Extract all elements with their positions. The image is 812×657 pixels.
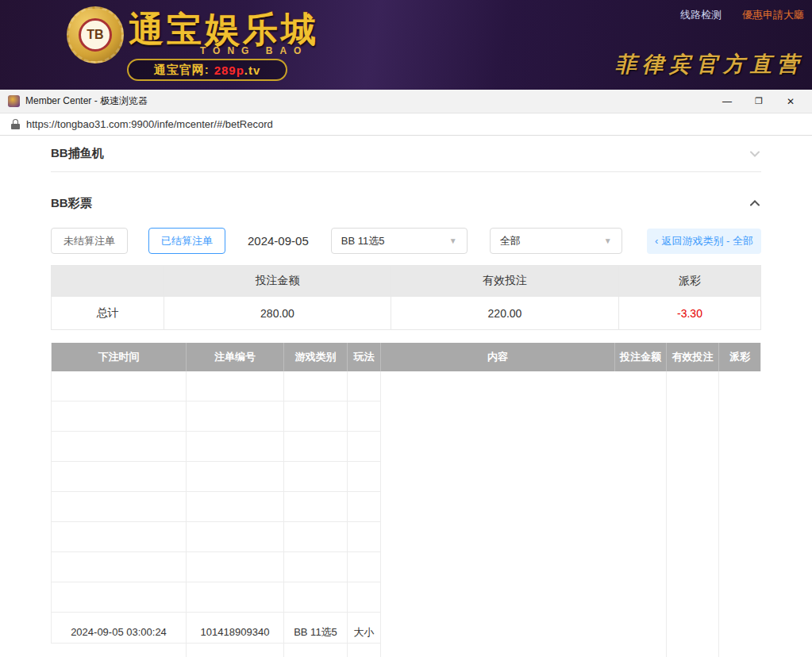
cell-game-category: BB 11选5 bbox=[284, 613, 348, 657]
official-tld: .tv bbox=[244, 63, 261, 77]
col-bet-time: 下注时间 bbox=[52, 343, 187, 371]
caret-down-icon: ▼ bbox=[604, 236, 612, 245]
section-bb-lottery-title: BB彩票 bbox=[51, 196, 92, 211]
summary-header-valid: 有效投注 bbox=[391, 266, 619, 296]
summary-header-blank bbox=[52, 266, 164, 296]
caret-down-icon: ▼ bbox=[449, 236, 457, 245]
summary-valid-bet: 220.00 bbox=[391, 296, 619, 329]
date-picker-value[interactable]: 2024-09-05 bbox=[248, 234, 309, 248]
col-game-category: 游戏类别 bbox=[284, 343, 348, 371]
official-site-badge: 通宝官网: 289p .tv bbox=[127, 59, 287, 81]
table-row: 2024-09-05 03:00:24101418909340BB 11选5大小… bbox=[52, 371, 760, 402]
summary-total-label: 总计 bbox=[52, 296, 164, 329]
summary-header-bet: 投注金额 bbox=[164, 266, 391, 296]
summary-payout: -3.30 bbox=[619, 296, 760, 329]
table-row: 2024-09-05 03:03:23101418913977BB 11选5大小… bbox=[52, 462, 760, 492]
url-text[interactable]: https://tongbao31.com:9900/infe/mcenter/… bbox=[26, 118, 273, 130]
table-row: 2024-09-05 03:06:19101418918709BB 11选5大小… bbox=[52, 552, 760, 582]
game-select[interactable]: BB 11选5 ▼ bbox=[331, 228, 468, 254]
summary-bet-amount: 280.00 bbox=[164, 296, 391, 329]
site-banner: TB 通宝娱乐城 TONG BAO 通宝官网: 289p .tv 线路检测 優惠… bbox=[0, 0, 812, 90]
cell-bet-amount: 20.00 bbox=[615, 613, 667, 657]
table-row: 2024-09-05 03:07:17101418920459BB 11选5大小… bbox=[52, 582, 760, 613]
chevron-up-icon[interactable] bbox=[749, 197, 761, 209]
settled-bets-button[interactable]: 已结算注单 bbox=[148, 228, 225, 254]
game-select-value: BB 11选5 bbox=[341, 234, 385, 248]
summary-header-payout: 派彩 bbox=[619, 266, 760, 296]
chevron-down-icon[interactable] bbox=[749, 148, 761, 160]
cell-payout: 19.40 bbox=[719, 613, 760, 657]
col-play-type: 玩法 bbox=[348, 343, 381, 371]
records-header-row: 下注时间 注单编号 游戏类别 玩法 内容 投注金额 有效投注 派彩 bbox=[52, 343, 760, 371]
minimize-button[interactable]: — bbox=[714, 91, 741, 112]
cell-bet-time: 2024-09-05 03:08:33 bbox=[52, 613, 187, 657]
section-bb-fishing-title: BB捕鱼机 bbox=[51, 146, 104, 161]
table-row: 2024-09-05 03:05:27101418917279BB 11选5大小… bbox=[52, 522, 760, 552]
records-body: 2024-09-05 03:00:24101418909340BB 11选5大小… bbox=[52, 371, 760, 643]
lock-icon bbox=[11, 119, 20, 129]
promo-apply-link[interactable]: 優惠申請大廳 bbox=[742, 8, 804, 22]
official-number: 289p bbox=[214, 63, 244, 77]
maximize-button[interactable]: ❐ bbox=[745, 91, 772, 112]
filter-toolbar: 未结算注单 已结算注单 2024-09-05 BB 11选5 ▼ 全部 ▼ ‹ … bbox=[51, 228, 761, 254]
banner-links: 线路检测 優惠申請大廳 bbox=[680, 8, 804, 22]
cell-bet-id: 101418922600 bbox=[187, 613, 284, 657]
table-row: 2024-09-05 03:02:27101418912662BB 11选5大小… bbox=[52, 432, 760, 462]
section-bb-lottery[interactable]: BB彩票 bbox=[51, 183, 761, 223]
window-controls: — ❐ ✕ bbox=[714, 91, 804, 112]
close-button[interactable]: ✕ bbox=[777, 91, 804, 112]
summary-total-row: 总计 280.00 220.00 -3.30 bbox=[52, 296, 760, 329]
back-arrow-icon: ‹ bbox=[655, 235, 658, 247]
back-to-game-category-link[interactable]: ‹ 返回游戏类别 - 全部 bbox=[647, 229, 761, 254]
browser-tab-icon bbox=[8, 95, 20, 107]
chip-label: TB bbox=[79, 18, 112, 52]
bet-records-table: 下注时间 注单编号 游戏类别 玩法 内容 投注金额 有效投注 派彩 2024-0… bbox=[51, 343, 761, 644]
window-title: Member Center - 极速浏览器 bbox=[25, 94, 714, 108]
section-bb-fishing[interactable]: BB捕鱼机 bbox=[51, 136, 761, 172]
col-content: 内容 bbox=[381, 343, 615, 371]
browser-addressbar[interactable]: https://tongbao31.com:9900/infe/mcenter/… bbox=[0, 113, 812, 136]
browser-titlebar: Member Center - 极速浏览器 — ❐ ✕ bbox=[0, 90, 812, 113]
member-center-page: BB捕鱼机 BB彩票 未结算注单 已结算注单 2024-09-05 BB 11选… bbox=[0, 136, 812, 657]
table-row: 2024-09-05 03:08:33101418922600BB 11选5大小… bbox=[52, 613, 760, 643]
back-link-label: 返回游戏类别 - 全部 bbox=[661, 234, 753, 248]
col-bet-amount: 投注金额 bbox=[615, 343, 667, 371]
summary-table: 投注金额 有效投注 派彩 总计 280.00 220.00 -3.30 bbox=[51, 265, 761, 330]
table-row: 2024-09-05 03:01:37101418911263BB 11选5大小… bbox=[52, 402, 760, 432]
unsettled-bets-button[interactable]: 未结算注单 bbox=[51, 228, 128, 254]
col-payout: 派彩 bbox=[719, 343, 760, 371]
table-row: 2024-09-05 03:04:21101418915510BB 11选5大小… bbox=[52, 492, 760, 522]
summary-header-row: 投注金额 有效投注 派彩 bbox=[52, 266, 760, 296]
official-slogan: 菲律宾官方直营 bbox=[615, 50, 804, 79]
type-select[interactable]: 全部 ▼ bbox=[490, 228, 622, 254]
col-valid-bet: 有效投注 bbox=[667, 343, 719, 371]
type-select-value: 全部 bbox=[500, 234, 521, 248]
official-label: 通宝官网: bbox=[154, 63, 210, 78]
line-check-link[interactable]: 线路检测 bbox=[680, 8, 722, 22]
cell-valid-bet: 20.00 bbox=[667, 613, 719, 657]
site-logo-subtitle: TONG BAO bbox=[200, 45, 308, 56]
col-bet-id: 注单编号 bbox=[187, 343, 284, 371]
casino-chip-icon: TB bbox=[67, 6, 124, 63]
cell-play-type: 大小 bbox=[348, 613, 381, 657]
